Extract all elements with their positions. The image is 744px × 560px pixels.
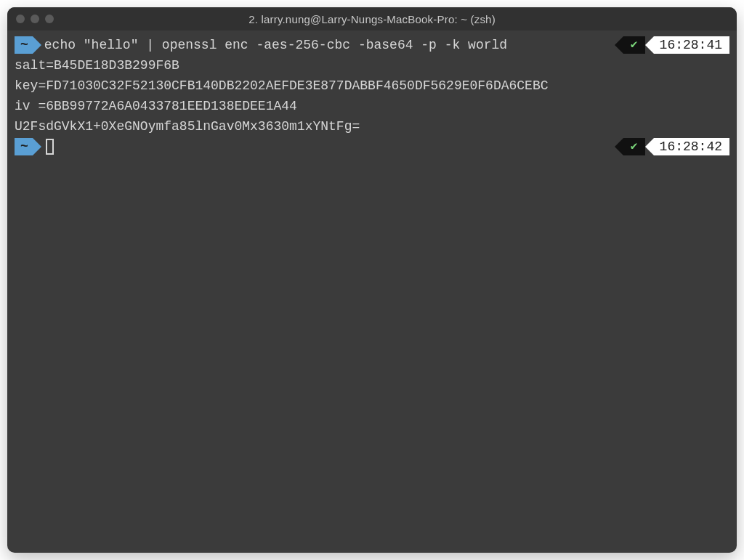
titlebar: 2. larry.nung@Larry-Nungs-MacBook-Pro: ~… <box>7 7 737 31</box>
command-text: echo "hello" | openssl enc -aes-256-cbc … <box>44 35 618 55</box>
status-check-icon: ✔ <box>623 36 645 54</box>
right-status: ✔ 16:28:41 <box>623 36 729 54</box>
terminal-window: 2. larry.nung@Larry-Nungs-MacBook-Pro: ~… <box>7 7 737 553</box>
cursor-icon <box>46 139 54 155</box>
prompt-dir-badge: ~ <box>15 138 33 155</box>
output-cipher: U2FsdGVkX1+0XeGNOymfa85lnGav0Mx3630m1xYN… <box>15 116 729 137</box>
output-key: key=FD71030C32F52130CFB140DB2202AEFDE3E8… <box>15 76 729 96</box>
output-salt: salt=B45DE18D3B299F6B <box>15 55 729 76</box>
prompt-dir: ~ <box>20 35 28 55</box>
window-title: 2. larry.nung@Larry-Nungs-MacBook-Pro: ~… <box>248 13 496 25</box>
prompt-line: ~ echo "hello" | openssl enc -aes-256-cb… <box>15 35 729 55</box>
prompt-dir: ~ <box>20 137 28 157</box>
prompt-line: ~ ✔ 16:28:42 <box>15 137 729 157</box>
traffic-lights <box>16 15 54 23</box>
prompt-dir-badge: ~ <box>15 36 33 54</box>
timestamp: 16:28:42 <box>654 138 729 155</box>
right-status: ✔ 16:28:42 <box>623 138 729 155</box>
timestamp: 16:28:41 <box>654 36 729 54</box>
terminal-body[interactable]: ~ echo "hello" | openssl enc -aes-256-cb… <box>7 31 737 164</box>
output-iv: iv =6BB99772A6A0433781EED138EDEE1A44 <box>15 96 729 116</box>
zoom-icon[interactable] <box>45 15 54 23</box>
close-icon[interactable] <box>16 15 25 23</box>
minimize-icon[interactable] <box>31 15 39 23</box>
status-check-icon: ✔ <box>623 138 645 155</box>
